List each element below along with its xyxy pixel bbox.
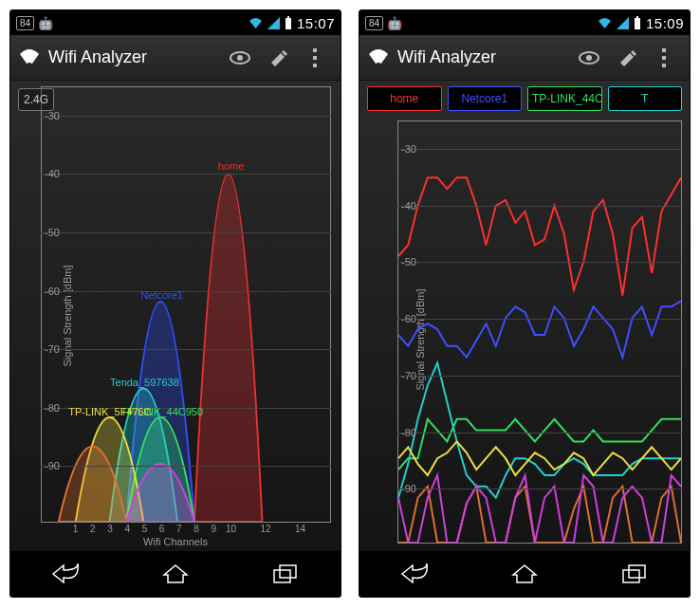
y-tick: -60 — [401, 313, 416, 324]
legend-item[interactable]: home — [367, 86, 442, 111]
network-label: Tenda_597638 — [110, 377, 179, 388]
svg-rect-16 — [662, 56, 666, 60]
x-tick: 7 — [176, 524, 182, 534]
chart-plot-area — [397, 120, 682, 544]
phone-left: 84 🤖 15:07 Wifi Analyzer 2.4G Signal Str… — [9, 9, 341, 598]
y-tick: -70 — [401, 370, 416, 381]
svg-rect-7 — [313, 64, 317, 67]
statusbar: 84 🤖 15:07 — [10, 10, 341, 35]
svg-rect-1 — [287, 16, 289, 18]
home-button[interactable] — [138, 555, 213, 593]
svg-rect-15 — [662, 48, 666, 52]
y-tick: -30 — [45, 110, 60, 121]
x-axis-label: Wifi Channels — [143, 536, 208, 547]
app-title: Wifi Analyzer — [48, 47, 147, 67]
home-button[interactable] — [487, 555, 562, 593]
svg-rect-0 — [286, 18, 291, 29]
x-tick: 10 — [226, 524, 236, 534]
x-tick: 8 — [193, 524, 199, 534]
svg-point-2 — [27, 63, 32, 68]
appbar: Wifi Analyzer — [10, 35, 341, 81]
svg-rect-18 — [623, 570, 639, 582]
x-tick: 3 — [107, 524, 113, 534]
time-graph-view: homeNetcore1TP-LINK_44C950T Signal Stren… — [359, 81, 690, 551]
y-tick: -30 — [401, 143, 416, 155]
statusbar: 84 🤖 15:09 — [359, 10, 690, 35]
y-tick: -60 — [45, 286, 60, 297]
legend-item[interactable]: Netcore1 — [448, 86, 523, 111]
appbar: Wifi Analyzer — [359, 35, 690, 81]
svg-rect-17 — [662, 64, 666, 67]
legend-item[interactable]: TP-LINK_44C950 — [527, 86, 602, 111]
battery-icon — [634, 16, 641, 29]
x-tick: 2 — [90, 524, 96, 534]
battery-icon — [285, 16, 292, 29]
signal-icon — [267, 17, 280, 29]
settings-button[interactable] — [259, 39, 297, 77]
android-icon: 🤖 — [38, 16, 53, 30]
y-tick: -50 — [45, 227, 60, 238]
legend-row: homeNetcore1TP-LINK_44C950T — [367, 86, 682, 111]
legend-item[interactable]: T — [608, 86, 683, 111]
view-button[interactable] — [221, 39, 259, 77]
network-label: TP-LINK_5F476C — [68, 406, 151, 417]
y-tick: -90 — [401, 483, 416, 494]
wifi-icon — [249, 17, 263, 29]
wifi-icon — [598, 17, 612, 29]
android-icon: 🤖 — [387, 16, 402, 30]
x-tick: 4 — [124, 524, 130, 534]
y-tick: -70 — [45, 343, 60, 355]
svg-rect-11 — [636, 16, 638, 18]
x-tick: 9 — [212, 524, 217, 534]
settings-button[interactable] — [608, 39, 646, 77]
x-tick: 6 — [159, 524, 165, 534]
network-label: Netcore1 — [140, 289, 183, 301]
android-navbar — [359, 551, 690, 597]
svg-point-12 — [376, 63, 381, 68]
phone-right: 84 🤖 15:09 Wifi Analyzer homeNetcore1TP-… — [359, 9, 691, 598]
view-button[interactable] — [570, 39, 608, 77]
status-clock: 15:09 — [646, 15, 684, 31]
chart-plot-area — [41, 86, 331, 523]
app-title: Wifi Analyzer — [397, 47, 496, 67]
back-button[interactable] — [28, 555, 103, 593]
svg-point-14 — [586, 55, 592, 61]
android-navbar — [10, 551, 341, 597]
band-toggle[interactable]: 2.4G — [18, 88, 54, 111]
y-tick: -80 — [45, 402, 60, 414]
svg-rect-10 — [635, 18, 640, 29]
x-tick: 1 — [73, 524, 79, 534]
recent-apps-button[interactable] — [248, 555, 323, 593]
signal-icon — [617, 17, 629, 29]
overflow-menu-button[interactable] — [297, 39, 335, 77]
channel-graph-view: 2.4G Signal Strength [dBm] Wifi Channels… — [10, 81, 341, 551]
y-tick: -50 — [401, 256, 416, 268]
x-tick: 12 — [260, 524, 270, 534]
svg-rect-5 — [313, 48, 317, 52]
overflow-menu-button[interactable] — [646, 39, 684, 77]
network-label: home — [218, 160, 245, 172]
svg-rect-8 — [274, 570, 290, 582]
battery-percent: 84 — [365, 16, 383, 30]
svg-rect-9 — [280, 565, 296, 578]
status-clock: 15:07 — [297, 15, 335, 31]
y-tick: -40 — [401, 200, 416, 212]
y-tick: -80 — [401, 427, 416, 438]
recent-apps-button[interactable] — [597, 555, 672, 593]
app-logo-icon — [365, 45, 392, 71]
battery-percent: 84 — [16, 16, 34, 30]
svg-point-4 — [237, 55, 243, 61]
x-tick: 5 — [142, 524, 148, 534]
app-logo-icon — [16, 45, 43, 71]
y-tick: -40 — [45, 168, 60, 179]
svg-rect-6 — [313, 56, 317, 60]
x-tick: 14 — [295, 524, 305, 534]
back-button[interactable] — [377, 555, 452, 593]
y-tick: -90 — [45, 460, 60, 471]
svg-rect-19 — [629, 565, 645, 578]
